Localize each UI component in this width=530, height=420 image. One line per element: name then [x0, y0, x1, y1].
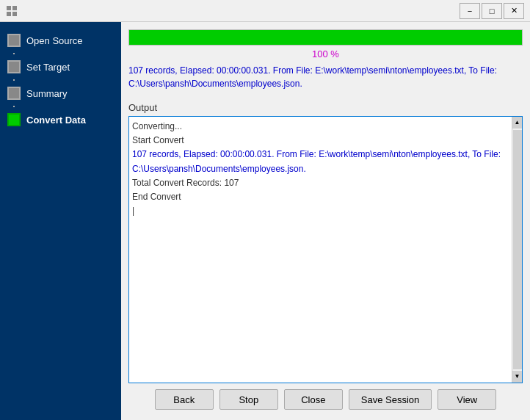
sidebar-label-summary: Summary — [26, 88, 68, 99]
sidebar-item-summary[interactable]: Summary — [0, 81, 121, 106]
close-button[interactable]: Close — [284, 389, 343, 410]
stop-button[interactable]: Stop — [219, 389, 278, 410]
view-button[interactable]: View — [438, 389, 496, 410]
output-label: Output — [128, 102, 523, 113]
title-bar: − □ ✕ — [0, 0, 530, 22]
sidebar-label-set-target: Set Target — [26, 62, 70, 73]
output-line-1: Start Convert — [132, 134, 519, 148]
output-line-3: Total Convert Records: 107 — [132, 176, 519, 190]
output-box: Converting... Start Convert 107 records,… — [128, 116, 523, 383]
minimize-button[interactable]: − — [460, 3, 480, 19]
svg-rect-3 — [12, 12, 17, 16]
main-layout: Open Source Set Target Summary Convert D… — [0, 22, 530, 420]
sidebar-item-convert-data[interactable]: Convert Data — [0, 107, 121, 132]
title-bar-controls: − □ ✕ — [460, 3, 524, 19]
scroll-up-arrow[interactable]: ▲ — [512, 117, 523, 128]
output-line-5 — [132, 204, 519, 218]
maximize-button[interactable]: □ — [482, 3, 502, 19]
sidebar-item-set-target[interactable]: Set Target — [0, 54, 121, 79]
progress-label: 100 % — [128, 48, 523, 59]
svg-rect-0 — [7, 6, 11, 10]
step-icon-convert-data — [7, 113, 21, 126]
output-line-4: End Convert — [132, 190, 519, 204]
progress-section: 100 % 107 records, Elapsed: 00:00:00.031… — [128, 29, 523, 96]
svg-rect-1 — [12, 6, 17, 10]
sidebar-label-open-source: Open Source — [26, 35, 83, 46]
save-session-button[interactable]: Save Session — [349, 389, 432, 410]
step-icon-open-source — [7, 34, 21, 47]
sidebar-item-open-source[interactable]: Open Source — [0, 28, 121, 53]
status-text: 107 records, Elapsed: 00:00:00.031. From… — [128, 64, 523, 90]
back-button[interactable]: Back — [155, 389, 214, 410]
progress-bar-fill — [129, 30, 522, 45]
scroll-down-arrow[interactable]: ▼ — [512, 371, 523, 383]
close-window-button[interactable]: ✕ — [504, 3, 524, 19]
content-area: 100 % 107 records, Elapsed: 00:00:00.031… — [121, 22, 530, 420]
step-icon-set-target — [7, 60, 21, 73]
title-bar-left — [6, 5, 18, 17]
output-scrollbar[interactable]: ▲ ▼ — [512, 117, 522, 383]
progress-bar-container — [128, 29, 523, 46]
svg-rect-2 — [7, 12, 11, 16]
output-line-0: Converting... — [132, 120, 519, 134]
sidebar: Open Source Set Target Summary Convert D… — [0, 22, 121, 420]
sidebar-label-convert-data: Convert Data — [26, 115, 86, 126]
scroll-thumb[interactable] — [513, 130, 522, 369]
app-icon — [6, 5, 18, 17]
output-line-2: 107 records, Elapsed: 00:00:00.031. From… — [132, 148, 519, 175]
step-icon-summary — [7, 87, 21, 100]
button-bar: Back Stop Close Save Session View — [128, 383, 523, 413]
